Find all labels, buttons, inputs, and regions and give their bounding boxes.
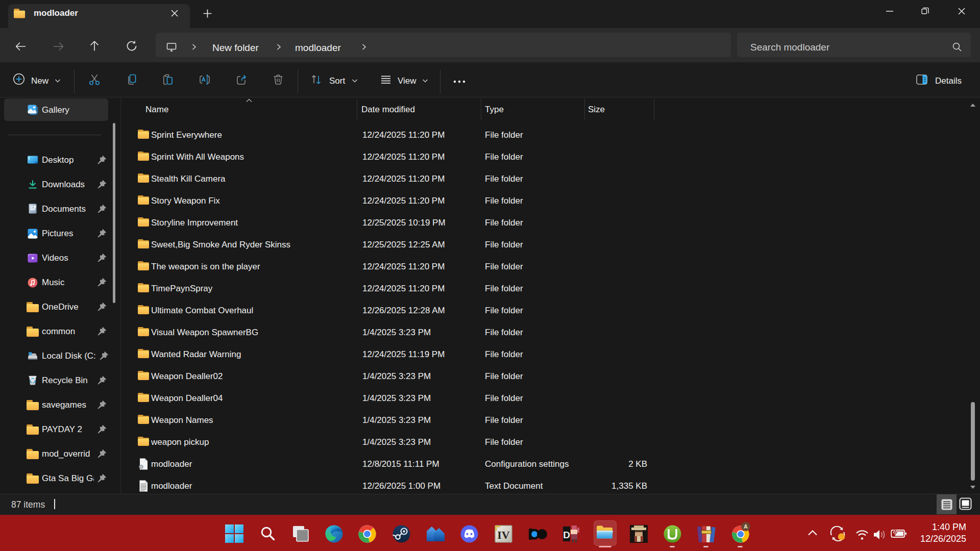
svg-text:D: D: [563, 530, 570, 540]
svg-text:IV: IV: [497, 529, 510, 541]
